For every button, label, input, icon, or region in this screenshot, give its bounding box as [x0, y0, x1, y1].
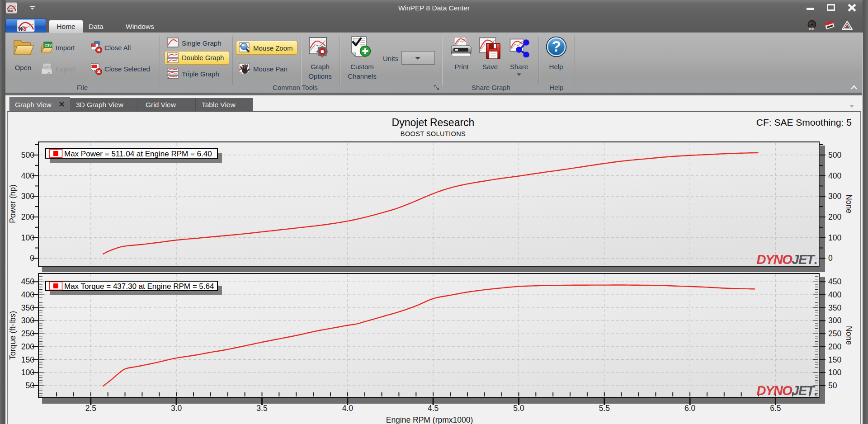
svg-text:5.5: 5.5 — [599, 404, 610, 413]
svg-text:200: 200 — [828, 212, 841, 221]
svg-text:250: 250 — [21, 329, 34, 338]
svg-text:300: 300 — [21, 316, 34, 325]
svg-text:CF: SAE Smoothing: 5: CF: SAE Smoothing: 5 — [756, 117, 852, 127]
svg-text:6.0: 6.0 — [684, 404, 696, 413]
svg-text:450: 450 — [21, 277, 34, 286]
svg-text:100: 100 — [828, 368, 841, 377]
svg-text:400: 400 — [21, 171, 34, 180]
svg-text:300: 300 — [828, 192, 841, 201]
svg-text:200: 200 — [828, 342, 841, 351]
svg-text:0: 0 — [30, 254, 34, 263]
svg-text:200: 200 — [21, 342, 34, 351]
svg-text:4.5: 4.5 — [428, 404, 439, 413]
svg-text:100: 100 — [21, 233, 34, 242]
svg-text:Dynojet Research: Dynojet Research — [392, 117, 475, 128]
svg-text:300: 300 — [21, 192, 34, 201]
svg-text:450: 450 — [828, 277, 841, 286]
svg-text:3.5: 3.5 — [256, 404, 267, 413]
svg-text:BOOST SOLUTIONS: BOOST SOLUTIONS — [401, 130, 466, 137]
svg-text:50: 50 — [26, 381, 35, 390]
svg-text:2.5: 2.5 — [85, 404, 96, 413]
svg-text:5.0: 5.0 — [513, 404, 524, 413]
svg-text:150: 150 — [21, 355, 34, 364]
svg-text:350: 350 — [828, 303, 841, 312]
svg-text:250: 250 — [828, 329, 841, 338]
svg-text:Engine RPM (rpmx1000): Engine RPM (rpmx1000) — [386, 415, 473, 424]
svg-text:Power (hp): Power (hp) — [8, 184, 17, 223]
svg-text:100: 100 — [828, 233, 841, 242]
svg-text:200: 200 — [21, 212, 34, 221]
svg-text:300: 300 — [828, 316, 841, 325]
svg-text:Torque (ft-lbs): Torque (ft-lbs) — [8, 311, 17, 360]
svg-text:50: 50 — [828, 381, 837, 390]
svg-text:3.0: 3.0 — [171, 404, 182, 413]
svg-text:400: 400 — [21, 290, 34, 299]
svg-text:Max Torque = 437.30 at Engine: Max Torque = 437.30 at Engine RPM = 5.64 — [64, 282, 214, 291]
svg-text:0: 0 — [828, 254, 833, 263]
svg-text:None: None — [844, 194, 854, 213]
svg-text:350: 350 — [21, 303, 34, 312]
svg-text:4.0: 4.0 — [342, 404, 354, 413]
svg-text:None: None — [844, 326, 854, 345]
svg-text:6.5: 6.5 — [770, 404, 781, 413]
svg-text:500: 500 — [828, 151, 841, 160]
svg-text:400: 400 — [828, 171, 841, 180]
svg-text:100: 100 — [21, 368, 34, 377]
svg-text:DYNOJET: DYNOJET — [757, 252, 816, 267]
svg-text:500: 500 — [21, 151, 34, 160]
svg-text:400: 400 — [828, 290, 841, 299]
svg-text:150: 150 — [828, 355, 841, 364]
svg-text:DYNOJET: DYNOJET — [757, 383, 816, 398]
svg-text:Max Power = 511.04 at Engine R: Max Power = 511.04 at Engine RPM = 6.40 — [64, 150, 212, 158]
